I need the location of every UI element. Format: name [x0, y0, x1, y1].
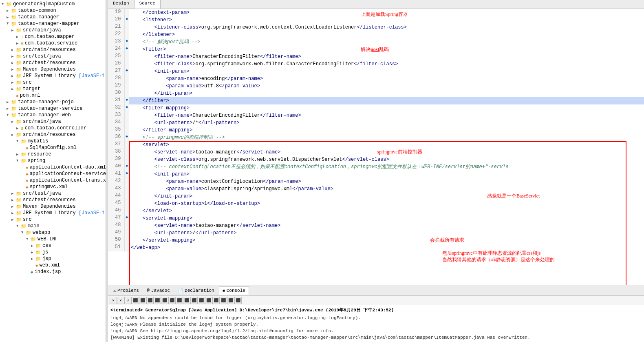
- console-toolbar-btn-10[interactable]: ⬛: [183, 297, 190, 304]
- sidebar-item-WEB-INF[interactable]: ▼📁WEB-INF: [0, 236, 106, 242]
- line-content[interactable]: </listener>: [129, 31, 644, 38]
- line-content[interactable]: <param-name>contextConfigLocation</param…: [129, 178, 644, 185]
- console-toolbar-btn-2[interactable]: ⚡: [124, 297, 132, 304]
- console-toolbar-btn-14[interactable]: ⬛: [212, 297, 220, 304]
- line-content[interactable]: <param-name>encoding</param-name>: [129, 75, 644, 82]
- line-content[interactable]: <init-param>: [129, 68, 644, 75]
- sidebar-item-src[interactable]: ▶📁src: [0, 79, 106, 86]
- line-content[interactable]: <url-pattern>/</url-pattern>: [129, 229, 644, 237]
- sidebar-item-taotao-common[interactable]: ▶📁taotao-common: [0, 7, 106, 14]
- sidebar-item-SqlMapConfig-xml[interactable]: ◈SqlMapConfig.xml: [0, 144, 106, 151]
- sidebar-item-src-test-java[interactable]: ▶📁src/test/java: [0, 53, 106, 60]
- console-toolbar-btn-17[interactable]: ⬛: [234, 297, 242, 304]
- sidebar-item-generatorSqlmapCustom[interactable]: ▼📁generatorSqlmapCustom: [0, 1, 106, 7]
- console-toolbar-btn-11[interactable]: ⬛: [190, 297, 198, 304]
- sidebar-item-jre-system[interactable]: ▶📁JRE System Library [JavaSE-1.7]: [0, 73, 106, 79]
- console-toolbar-btn-12[interactable]: ⬛: [198, 297, 205, 304]
- line-content[interactable]: <servlet-name>taotao-manager</servlet-na…: [129, 222, 644, 229]
- sidebar-item-jsp[interactable]: ▶📁jsp: [0, 255, 106, 262]
- console-toolbar-btn-7[interactable]: ⬛: [161, 297, 168, 304]
- sidebar-item-applicationContext-trans-xml[interactable]: ◈applicationContext-trans.xml: [0, 177, 106, 184]
- line-content[interactable]: </context-param>: [129, 9, 644, 16]
- sidebar-item-jre-system-web[interactable]: ▶📁JRE System Library [JavaSE-1.7]: [0, 210, 106, 216]
- sidebar-item-src-main-java-web[interactable]: ▶📁src/main/java: [0, 118, 106, 125]
- console-toolbar-btn-15[interactable]: ⬛: [220, 297, 227, 304]
- sidebar-item-maven-dependencies-web[interactable]: ▶📁Maven Dependencies: [0, 203, 106, 210]
- sidebar-item-src-main-java[interactable]: ▶📁src/main/java: [0, 27, 106, 33]
- sidebar-item-webapp[interactable]: ▼📁webapp: [0, 229, 106, 236]
- sidebar-item-com-taotao-mapper[interactable]: ▶⊞com.taotao.mapper: [0, 33, 106, 40]
- sidebar-item-src-test-resources[interactable]: ▶📁src/test/resources: [0, 60, 106, 66]
- sidebar-item-spring[interactable]: ▼📁spring: [0, 158, 106, 164]
- sidebar-item-resource[interactable]: ▶📁resource: [0, 151, 106, 158]
- console-toolbar-btn-6[interactable]: ⬛: [154, 297, 161, 304]
- sidebar-item-target[interactable]: ▶📁target: [0, 86, 106, 92]
- line-content[interactable]: </init-param>: [129, 193, 644, 200]
- sidebar-item-com-taotao-service[interactable]: ▶⊞com.taotao.service: [0, 40, 106, 47]
- line-content[interactable]: </servlet>: [129, 207, 644, 215]
- sidebar-item-applicationContext-service-xml[interactable]: ◈applicationContext-service.xml: [0, 171, 106, 177]
- line-content[interactable]: <listener-class>org.springframework.web.…: [129, 24, 644, 31]
- console-toolbar-btn-5[interactable]: ⬛: [146, 297, 154, 304]
- console-toolbar-btn-8[interactable]: ⬛: [168, 297, 176, 304]
- line-content[interactable]: </init-param>: [129, 90, 644, 97]
- line-content[interactable]: <init-param>: [129, 171, 644, 178]
- line-content[interactable]: <filter-name>CharacterEncodingFilter</fi…: [129, 53, 644, 60]
- bottom-tab-problems[interactable]: ⚠Problems: [110, 286, 143, 295]
- line-content[interactable]: <filter-mapping>: [129, 104, 644, 112]
- sidebar-item-maven-dependencies[interactable]: ▶📁Maven Dependencies: [0, 66, 106, 73]
- console-toolbar-btn-9[interactable]: ⬛: [176, 297, 183, 304]
- sidebar-item-src-test-java-web[interactable]: ▶📁src/test/java: [0, 190, 106, 197]
- design-tab-source[interactable]: Source: [135, 0, 161, 9]
- sidebar-item-index-jsp[interactable]: ◈index.jsp: [0, 269, 106, 275]
- line-content[interactable]: </web-app>: [129, 244, 644, 251]
- line-content[interactable]: <servlet>: [129, 141, 644, 149]
- code-area[interactable]: 19 </context-param>20◆ <listener>21 <lis…: [108, 9, 644, 285]
- sidebar-item-src-main-resources[interactable]: ▶📁src/main/resources: [0, 47, 106, 53]
- line-content[interactable]: </servlet-mapping>: [129, 237, 644, 244]
- line-content[interactable]: </filter>: [129, 97, 644, 104]
- sidebar-item-springmvc-xml[interactable]: ◈springmvc.xml: [0, 184, 106, 190]
- sidebar-item-taotao-manager[interactable]: ▶📁taotao-manager: [0, 14, 106, 20]
- sidebar-item-applicationContext-dao-xml[interactable]: ◈applicationContext-dao.xml: [0, 164, 106, 171]
- sidebar[interactable]: ▼📁generatorSqlmapCustom▶📁taotao-common▶📁…: [0, 0, 106, 342]
- line-content[interactable]: <!-- 解决post乱码 -->: [129, 38, 644, 46]
- line-content[interactable]: <servlet-class>org.springframework.web.s…: [129, 156, 644, 163]
- sidebar-item-src-web[interactable]: ▶📁src: [0, 216, 106, 223]
- line-content[interactable]: <load-on-startup>1</load-on-startup>: [129, 200, 644, 207]
- console-toolbar-btn-4[interactable]: ⬛: [139, 297, 146, 304]
- sidebar-item-mybatis[interactable]: ▼📁mybatis: [0, 138, 106, 144]
- line-content[interactable]: <!-- contextConfigLocation不是必须的，如果不配置con…: [129, 163, 644, 171]
- sidebar-item-css[interactable]: ▶📁css: [0, 242, 106, 249]
- sidebar-item-main[interactable]: ▼📁main: [0, 223, 106, 229]
- sidebar-item-taotao-manager-service[interactable]: ▶📁taotao-manager-service: [0, 105, 106, 112]
- sidebar-item-src-test-resources-web[interactable]: ▶📁src/test/resources: [0, 197, 106, 203]
- bottom-tab-javadoc[interactable]: @Javadoc: [143, 286, 174, 295]
- sidebar-item-taotao-manager-mapper[interactable]: ▼📁taotao-manager-mapper: [0, 20, 106, 27]
- line-content[interactable]: <filter-name>CharacterEncodingFilter</fi…: [129, 112, 644, 119]
- console-toolbar-btn-0[interactable]: ✕: [110, 297, 117, 304]
- sidebar-item-web-xml[interactable]: ◈web.xml: [0, 262, 106, 269]
- console-toolbar-btn-3[interactable]: ⬛: [132, 297, 139, 304]
- line-content[interactable]: </filter-mapping>: [129, 127, 644, 134]
- line-content[interactable]: <filter-class>org.springframework.web.fi…: [129, 60, 644, 68]
- line-content[interactable]: <param-value>classpath:spring/springmvc.…: [129, 185, 644, 193]
- console-toolbar-btn-1[interactable]: ✕: [117, 297, 124, 304]
- bottom-tab-declaration[interactable]: 📄Declaration: [174, 286, 218, 295]
- sidebar-item-com-taotao-controller[interactable]: ▶⊞com.taotao.controller: [0, 125, 106, 131]
- line-content[interactable]: <listener>: [129, 16, 644, 24]
- sidebar-item-js[interactable]: ▶📁js: [0, 249, 106, 255]
- line-content[interactable]: <servlet-name>taotao-manager</servlet-na…: [129, 149, 644, 156]
- console-toolbar-btn-13[interactable]: ⬛: [205, 297, 212, 304]
- console-toolbar-btn-16[interactable]: ⬛: [227, 297, 234, 304]
- sidebar-item-taotao-manager-pojo[interactable]: ▶📁taotao-manager-pojo: [0, 99, 106, 105]
- design-tab-design[interactable]: Design: [108, 0, 135, 9]
- line-content[interactable]: <!-- springmvc的前端控制器 -->: [129, 134, 644, 141]
- sidebar-item-pom-xml[interactable]: ◈pom.xml: [0, 92, 106, 99]
- line-content[interactable]: <servlet-mapping>: [129, 215, 644, 222]
- sidebar-item-taotao-manager-web[interactable]: ▼📁taotao-manager-web: [0, 112, 106, 118]
- bottom-tab-console[interactable]: ■Console: [219, 286, 249, 295]
- line-content[interactable]: <url-pattern>/*</url-pattern>: [129, 119, 644, 127]
- line-content[interactable]: <param-value>utf-8</param-value>: [129, 82, 644, 90]
- line-content[interactable]: <filter>: [129, 46, 644, 53]
